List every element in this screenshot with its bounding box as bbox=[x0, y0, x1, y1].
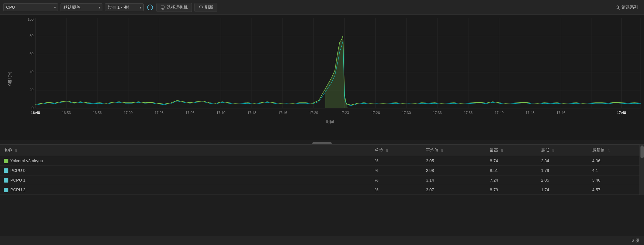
table-body: Yoiyami-v3.akyuu%3.058.742.344.06PCPU 0%… bbox=[0, 156, 639, 195]
refresh-button[interactable]: 刷新 bbox=[194, 3, 217, 12]
metric-dropdown-wrap: CPU bbox=[3, 3, 58, 11]
search-icon bbox=[615, 5, 620, 10]
refresh-icon bbox=[199, 5, 203, 10]
table-scrollbar[interactable] bbox=[639, 145, 644, 195]
select-vm-button[interactable]: 选择虚拟机 bbox=[156, 3, 192, 12]
table-header: 名称 ⇅ 单位 ⇅ 平均值 ⇅ 最高 ⇅ 最低 ⇅ bbox=[0, 145, 639, 156]
info-icon: i bbox=[147, 5, 153, 10]
info-button[interactable]: i bbox=[146, 4, 154, 11]
color-dropdown-wrap: 默认颜色 bbox=[61, 3, 102, 11]
time-dropdown[interactable]: 过去 1 小时 bbox=[105, 3, 144, 11]
svg-text:40: 40 bbox=[30, 70, 33, 74]
col-header-min[interactable]: 最低 ⇅ bbox=[537, 145, 588, 156]
svg-rect-2 bbox=[161, 6, 164, 8]
table-row: PCPU 1%3.147.242.053.46 bbox=[0, 175, 639, 185]
svg-text:17:13: 17:13 bbox=[247, 111, 256, 115]
x-axis-label: 时间 bbox=[23, 119, 638, 125]
cell-unit: % bbox=[371, 156, 422, 166]
chart-area: 虚拟机总 CPU (%) 0 20 40 60 80 100 bbox=[0, 15, 644, 140]
col-header-unit[interactable]: 单位 ⇅ bbox=[371, 145, 422, 156]
cell-name: PCPU 1 bbox=[0, 175, 371, 185]
sort-icon-name: ⇅ bbox=[15, 149, 17, 152]
status-bar: 6 项 bbox=[0, 236, 644, 245]
data-table-wrap: 名称 ⇅ 单位 ⇅ 平均值 ⇅ 最高 ⇅ 最低 ⇅ bbox=[0, 144, 644, 195]
svg-text:17:36: 17:36 bbox=[464, 111, 473, 115]
cell-min: 1.79 bbox=[537, 166, 588, 175]
svg-text:17:40: 17:40 bbox=[495, 111, 504, 115]
cell-max: 8.51 bbox=[486, 166, 537, 175]
cell-max: 8.79 bbox=[486, 185, 537, 195]
svg-text:17:06: 17:06 bbox=[185, 111, 194, 115]
color-dropdown[interactable]: 默认颜色 bbox=[61, 3, 102, 11]
series-name: PCPU 1 bbox=[10, 178, 25, 183]
sort-icon-unit: ⇅ bbox=[386, 149, 388, 152]
svg-text:20: 20 bbox=[30, 88, 33, 92]
cell-avg: 3.14 bbox=[422, 175, 486, 185]
cell-latest: 3.46 bbox=[588, 175, 639, 185]
filter-label: 筛选系列 bbox=[621, 5, 638, 10]
total-count: 6 项 bbox=[631, 238, 639, 243]
chart-canvas: 0 20 40 60 80 100 bbox=[23, 18, 638, 125]
col-header-name[interactable]: 名称 ⇅ bbox=[0, 145, 371, 156]
y-axis-label: 虚拟机总 CPU (%) bbox=[7, 72, 12, 87]
table-row: Yoiyami-v3.akyuu%3.058.742.344.06 bbox=[0, 156, 639, 166]
chart-svg: 0 20 40 60 80 100 bbox=[23, 18, 638, 118]
time-dropdown-wrap: 过去 1 小时 bbox=[105, 3, 144, 11]
svg-text:17:16: 17:16 bbox=[278, 111, 287, 115]
cell-unit: % bbox=[371, 185, 422, 195]
svg-text:17:48: 17:48 bbox=[617, 111, 626, 115]
metric-dropdown[interactable]: CPU bbox=[3, 3, 58, 11]
series-color-swatch bbox=[4, 159, 8, 163]
cell-min: 2.34 bbox=[537, 156, 588, 166]
svg-line-6 bbox=[619, 8, 620, 9]
svg-text:100: 100 bbox=[28, 17, 33, 21]
sort-icon-latest: ⇅ bbox=[607, 149, 610, 152]
svg-text:60: 60 bbox=[30, 52, 33, 56]
sort-icon-max: ⇅ bbox=[501, 149, 503, 152]
filter-button[interactable]: 筛选系列 bbox=[613, 3, 641, 12]
toolbar: CPU 默认颜色 过去 1 小时 i 选择虚拟机 bbox=[0, 0, 644, 15]
svg-text:17:26: 17:26 bbox=[371, 111, 380, 115]
chart-scroll-indicator[interactable] bbox=[0, 140, 644, 144]
cell-name: PCPU 0 bbox=[0, 166, 371, 175]
svg-text:17:20: 17:20 bbox=[309, 111, 318, 115]
table-row: PCPU 0%2.988.511.794.1 bbox=[0, 166, 639, 175]
col-header-avg[interactable]: 平均值 ⇅ bbox=[422, 145, 486, 156]
cell-avg: 3.05 bbox=[422, 156, 486, 166]
cell-max: 7.24 bbox=[486, 175, 537, 185]
sort-icon-avg: ⇅ bbox=[441, 149, 443, 152]
series-color-swatch bbox=[4, 168, 8, 173]
vm-icon bbox=[161, 5, 165, 10]
svg-text:16:56: 16:56 bbox=[93, 111, 102, 115]
toolbar-left: CPU 默认颜色 过去 1 小时 i 选择虚拟机 bbox=[3, 3, 610, 12]
series-name: Yoiyami-v3.akyuu bbox=[10, 158, 43, 163]
svg-text:17:03: 17:03 bbox=[155, 111, 164, 115]
col-header-latest[interactable]: 最新值 ⇅ bbox=[588, 145, 639, 156]
series-color-swatch bbox=[4, 188, 8, 192]
cell-min: 2.05 bbox=[537, 175, 588, 185]
cell-latest: 4.1 bbox=[588, 166, 639, 175]
cell-latest: 4.57 bbox=[588, 185, 639, 195]
series-name: PCPU 0 bbox=[10, 168, 25, 173]
cell-unit: % bbox=[371, 175, 422, 185]
cell-name: Yoiyami-v3.akyuu bbox=[0, 156, 371, 166]
svg-text:16:48: 16:48 bbox=[31, 111, 40, 115]
svg-text:0: 0 bbox=[32, 106, 33, 110]
series-color-swatch bbox=[4, 178, 8, 183]
svg-text:17:46: 17:46 bbox=[556, 111, 565, 115]
sort-icon-min: ⇅ bbox=[552, 149, 554, 152]
cell-unit: % bbox=[371, 166, 422, 175]
col-header-max[interactable]: 最高 ⇅ bbox=[486, 145, 537, 156]
svg-text:17:30: 17:30 bbox=[402, 111, 411, 115]
scrollbar-thumb[interactable] bbox=[640, 146, 644, 158]
svg-text:17:00: 17:00 bbox=[124, 111, 133, 115]
svg-text:i: i bbox=[149, 5, 150, 9]
table-row: PCPU 2%3.078.791.744.57 bbox=[0, 185, 639, 195]
svg-point-5 bbox=[616, 6, 619, 8]
cell-latest: 4.06 bbox=[588, 156, 639, 166]
data-table: 名称 ⇅ 单位 ⇅ 平均值 ⇅ 最高 ⇅ 最低 ⇅ bbox=[0, 145, 639, 195]
toolbar-right: 筛选系列 bbox=[613, 3, 641, 12]
series-name: PCPU 2 bbox=[10, 187, 25, 192]
cell-name: PCPU 2 bbox=[0, 185, 371, 195]
svg-text:16:53: 16:53 bbox=[62, 111, 71, 115]
